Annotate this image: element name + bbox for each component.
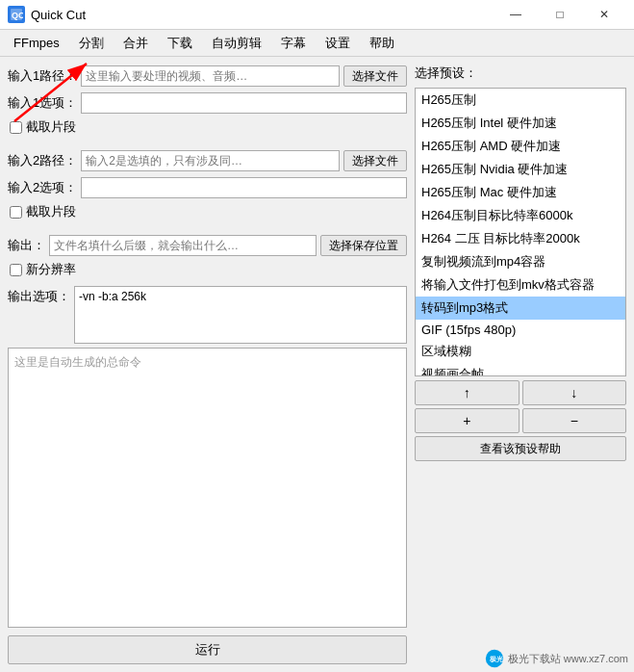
input1-options-label: 输入1选项：: [8, 94, 77, 112]
input1-clip-row: 截取片段: [8, 118, 407, 136]
svg-text:极光: 极光: [489, 655, 503, 662]
input1-options-row: 输入1选项：: [8, 91, 407, 115]
preset-add-button[interactable]: +: [415, 408, 520, 433]
command-placeholder-text: 这里是自动生成的总命令: [14, 355, 141, 369]
run-button[interactable]: 运行: [8, 635, 407, 664]
app-title: Quick Cut: [31, 8, 86, 22]
preset-help-button[interactable]: 查看该预设帮助: [415, 436, 626, 461]
menu-item-settings[interactable]: 设置: [316, 31, 360, 56]
svg-text:QC: QC: [12, 11, 23, 20]
menu-item-auto-edit[interactable]: 自动剪辑: [202, 31, 271, 56]
input1-path-label: 输入1路径：: [8, 67, 77, 85]
preset-up-button[interactable]: ↑: [415, 380, 520, 405]
close-button[interactable]: ✕: [582, 0, 626, 30]
input2-path-label: 输入2路径：: [8, 152, 77, 169]
input2-options-input[interactable]: [81, 177, 407, 198]
preset-item[interactable]: H264压制目标比特率6000k: [416, 204, 625, 227]
input2-options-label: 输入2选项：: [8, 179, 77, 196]
preset-updown-row: ↑ ↓: [415, 380, 626, 405]
input2-select-button[interactable]: 选择文件: [343, 150, 407, 171]
window-controls: — □ ✕: [494, 0, 626, 30]
preset-controls: ↑ ↓ + − 查看该预设帮助: [415, 380, 626, 461]
input2-options-row: 输入2选项：: [8, 176, 407, 199]
new-resolution-row: 新分辨率: [8, 261, 407, 278]
output-row: 输出： 选择保存位置: [8, 234, 407, 257]
preset-down-button[interactable]: ↓: [522, 380, 627, 405]
preset-item[interactable]: H265压制 Mac 硬件加速: [416, 181, 625, 204]
main-content: 输入1路径： 选择文件 输入1选项： 截取片段 输入2路径： 选择文件 输入2选…: [0, 57, 634, 672]
preset-addremove-row: + −: [415, 408, 626, 433]
output-options-row: 输出选项：: [8, 286, 407, 344]
title-bar: QC Quick Cut — □ ✕: [0, 0, 634, 30]
input1-clip-label: 截取片段: [26, 118, 76, 136]
new-resolution-checkbox[interactable]: [10, 264, 22, 276]
menu-item-subtitle[interactable]: 字幕: [271, 31, 316, 56]
input1-path-input[interactable]: [81, 65, 340, 87]
output-options-textarea[interactable]: [74, 286, 407, 344]
preset-list[interactable]: H265压制H265压制 Intel 硬件加速H265压制 AMD 硬件加速H2…: [415, 88, 626, 376]
preset-item[interactable]: H265压制 Nvidia 硬件加速: [416, 158, 625, 181]
preset-item[interactable]: H264 二压 目标比特率2000k: [416, 227, 625, 250]
input1-clip-checkbox[interactable]: [10, 121, 22, 134]
menu-item-help[interactable]: 帮助: [360, 31, 404, 56]
output-select-button[interactable]: 选择保存位置: [320, 235, 407, 256]
input2-clip-row: 截取片段: [8, 203, 407, 220]
left-panel: 输入1路径： 选择文件 输入1选项： 截取片段 输入2路径： 选择文件 输入2选…: [8, 65, 407, 664]
output-label: 输出：: [8, 237, 45, 254]
run-btn-container: 运行: [8, 632, 407, 664]
menu-item-download[interactable]: 下载: [158, 31, 202, 56]
preset-item[interactable]: 转码到mp3格式: [416, 297, 625, 320]
preset-item[interactable]: H265压制 AMD 硬件加速: [416, 135, 625, 158]
watermark: 极光 极光下载站 www.xz7.com: [485, 649, 628, 668]
menu-bar: FFmpes 分割 合并 下载 自动剪辑 字幕 设置 帮助: [0, 30, 634, 57]
preset-item[interactable]: GIF (15fps 480p): [416, 320, 625, 340]
watermark-text: 极光下载站 www.xz7.com: [508, 652, 628, 666]
title-bar-left: QC Quick Cut: [8, 6, 86, 23]
maximize-button[interactable]: □: [538, 0, 582, 30]
preset-item[interactable]: 复制视频流到mp4容器: [416, 250, 625, 273]
output-options-label: 输出选项：: [8, 286, 70, 305]
menu-item-merge[interactable]: 合并: [114, 31, 158, 56]
input1-path-row: 输入1路径： 选择文件: [8, 65, 407, 88]
watermark-logo-icon: 极光: [485, 649, 504, 668]
preset-item[interactable]: H265压制 Intel 硬件加速: [416, 112, 625, 135]
menu-item-split[interactable]: 分割: [69, 31, 114, 56]
menu-item-ffmpeg[interactable]: FFmpes: [4, 32, 69, 54]
preset-item[interactable]: 视频画合帧: [416, 363, 625, 376]
minimize-button[interactable]: —: [494, 0, 538, 30]
preset-item[interactable]: 将输入文件打包到mkv格式容器: [416, 273, 625, 297]
new-resolution-label: 新分辨率: [26, 261, 76, 278]
preset-label: 选择预设：: [415, 65, 626, 82]
command-area: 这里是自动生成的总命令: [8, 348, 407, 628]
preset-item[interactable]: H265压制: [416, 89, 625, 112]
input2-path-input[interactable]: [81, 150, 340, 171]
preset-remove-button[interactable]: −: [522, 408, 627, 433]
input2-clip-label: 截取片段: [26, 203, 76, 220]
input2-clip-checkbox[interactable]: [10, 206, 22, 219]
app-icon: QC: [8, 6, 25, 23]
input2-path-row: 输入2路径： 选择文件: [8, 149, 407, 172]
preset-item[interactable]: 区域模糊: [416, 340, 625, 363]
right-panel: 选择预设： H265压制H265压制 Intel 硬件加速H265压制 AMD …: [415, 65, 626, 664]
input1-select-button[interactable]: 选择文件: [343, 65, 407, 87]
output-input[interactable]: [49, 235, 317, 256]
input1-options-input[interactable]: [81, 92, 407, 114]
